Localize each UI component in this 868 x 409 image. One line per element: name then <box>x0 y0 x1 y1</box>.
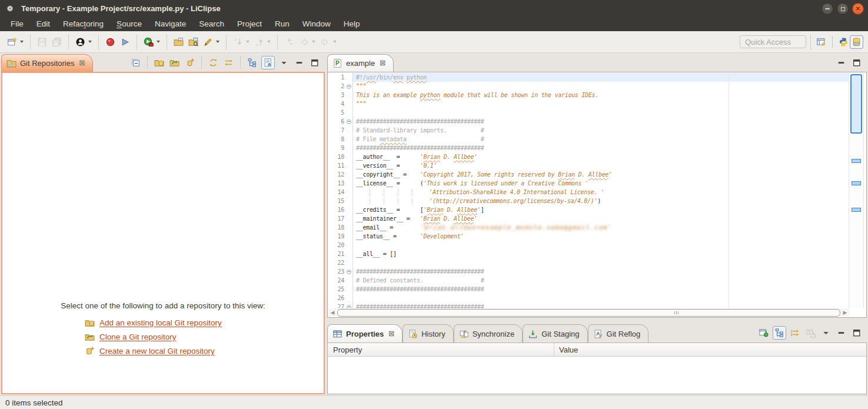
code-line-23[interactable]: 23###################################### <box>328 267 849 276</box>
categories-tree-button[interactable] <box>773 326 786 340</box>
tab-history[interactable]: History <box>403 324 453 343</box>
code-line-14[interactable]: 14 'Attribution-ShareAlike 4.0 Internati… <box>328 188 849 197</box>
dropdown-arrow-icon[interactable] <box>216 41 220 43</box>
hierarchy-button[interactable] <box>246 56 258 69</box>
git-link-item[interactable]: Create a new local Git repository <box>85 346 324 356</box>
overview-annotation-marker[interactable] <box>852 181 861 185</box>
dropdown-arrow-icon[interactable] <box>88 41 92 43</box>
filter-arrows-button[interactable] <box>789 327 802 339</box>
close-tab-icon[interactable]: ☒ <box>388 330 394 338</box>
code-line-26[interactable]: 26 <box>328 294 849 302</box>
code-line-24[interactable]: 24# Defined constants. # <box>328 276 849 285</box>
collapse-all-button[interactable] <box>129 56 142 69</box>
tab-git-reflog[interactable]: AGit Reflog <box>588 324 649 343</box>
minimize-view-button[interactable] <box>835 56 847 69</box>
dropdown-arrow-icon[interactable] <box>157 41 160 43</box>
dropdown-arrow-icon[interactable] <box>20 41 24 43</box>
scroll-right-arrow-icon[interactable]: ▶ <box>842 310 849 315</box>
view-menu-button[interactable] <box>820 327 832 339</box>
fold-marker-icon[interactable] <box>346 82 352 91</box>
run-external-tools-button[interactable] <box>141 33 162 51</box>
maximize-button[interactable] <box>837 3 849 15</box>
code-line-27[interactable]: 27###################################### <box>328 302 849 308</box>
code-line-12[interactable]: 12__copyright__ = 'Copyright 2017, Some … <box>328 170 849 179</box>
scroll-left-arrow-icon[interactable]: ◀ <box>329 310 336 315</box>
tab-git-staging[interactable]: Git Staging <box>523 324 587 343</box>
code-line-21[interactable]: 21__all__ = [] <box>328 250 849 258</box>
view-menu-button[interactable] <box>278 56 290 69</box>
dropdown-arrow-icon[interactable] <box>312 41 315 43</box>
python-perspective-button[interactable] <box>837 36 850 48</box>
close-button[interactable]: ✕ <box>852 3 864 15</box>
dropdown-arrow-icon[interactable] <box>246 41 250 43</box>
code-line-5[interactable]: 5 <box>328 108 849 117</box>
code-line-6[interactable]: 6###################################### <box>328 117 849 126</box>
code-line-22[interactable]: 22 <box>328 258 849 267</box>
dropdown-arrow-icon[interactable] <box>333 41 337 43</box>
tab-example-editor[interactable]: P example ☒ <box>327 54 394 72</box>
menu-search[interactable]: Search <box>192 18 231 29</box>
code-editor[interactable]: 1#!/usr/bin/env python2"""3This is an ex… <box>328 73 849 308</box>
fold-marker-icon[interactable] <box>346 302 352 308</box>
git-link-label[interactable]: Add an existing local Git repository <box>99 318 222 327</box>
tab-git-repositories[interactable]: GIT Git Repositories ☒ <box>1 54 93 72</box>
tab-synchronize[interactable]: 0Synchronize <box>454 324 523 343</box>
perspective-button[interactable] <box>815 36 827 48</box>
code-line-7[interactable]: 7# Standard-library imports. # <box>328 126 849 135</box>
code-line-16[interactable]: 16__credits__ = ['Brian D. Allbee'] <box>328 205 849 214</box>
editor-horizontal-scrollbar[interactable]: ◀ ▶ <box>328 308 849 317</box>
horizontal-scrollbar-thumb[interactable] <box>337 309 840 317</box>
code-line-19[interactable]: 19__status__ = 'Development' <box>328 232 849 241</box>
fold-marker-icon[interactable] <box>346 267 352 276</box>
git-link-label[interactable]: Create a new local Git repository <box>99 347 215 355</box>
pin-property-view-button[interactable] <box>757 327 770 339</box>
minimize-button[interactable] <box>822 3 833 15</box>
code-line-1[interactable]: 1#!/usr/bin/env python <box>328 73 849 82</box>
code-line-4[interactable]: 4""" <box>328 99 849 108</box>
menu-run[interactable]: Run <box>268 18 296 29</box>
vertical-scrollbar-thumb[interactable] <box>850 74 862 134</box>
dropdown-arrow-icon[interactable] <box>267 41 271 43</box>
user-account-button[interactable] <box>73 33 94 51</box>
code-line-2[interactable]: 2""" <box>328 82 849 91</box>
menu-navigate[interactable]: Navigate <box>148 18 192 29</box>
menu-help[interactable]: Help <box>337 18 367 29</box>
git-link-item[interactable]: Add an existing local Git repository <box>85 318 324 328</box>
sort-button[interactable]: A <box>261 56 275 69</box>
editor-vertical-scrollbar[interactable] <box>849 73 864 308</box>
menu-refactoring[interactable]: Refactoring <box>56 18 110 29</box>
code-line-15[interactable]: 15 '(http://creativecommons.org/licenses… <box>328 197 849 205</box>
fold-marker-icon[interactable] <box>346 117 352 126</box>
git-link-label[interactable]: Clone a Git repository <box>99 332 177 341</box>
refresh-button[interactable] <box>207 56 220 69</box>
overview-annotation-marker[interactable] <box>852 159 861 163</box>
menu-edit[interactable]: Edit <box>30 18 56 29</box>
quick-access-input[interactable]: Quick Access <box>740 35 806 48</box>
maximize-view-button[interactable] <box>850 327 863 339</box>
git-perspective-button[interactable]: GIT <box>850 35 863 49</box>
open-resource-button[interactable] <box>171 33 186 51</box>
code-line-13[interactable]: 13__license__ = ('This work is licensed … <box>328 179 849 188</box>
add-repo-button[interactable] <box>153 56 165 69</box>
fetch-push-arrows-button[interactable] <box>222 56 235 69</box>
code-line-9[interactable]: 9###################################### <box>328 144 849 152</box>
maximize-view-button[interactable] <box>850 56 863 69</box>
debug-button[interactable] <box>103 33 118 51</box>
code-line-18[interactable]: 18__email__ = 'brian.allbee+example_modu… <box>328 223 849 232</box>
menu-source[interactable]: Source <box>110 18 148 29</box>
close-tab-icon[interactable]: ☒ <box>79 59 85 67</box>
code-line-3[interactable]: 3This is an example python module that w… <box>328 91 849 99</box>
annotation-pen-button[interactable] <box>201 33 222 51</box>
maximize-view-button[interactable] <box>308 56 321 69</box>
search-folder-button[interactable] <box>186 33 201 51</box>
minimize-view-button[interactable] <box>293 56 305 69</box>
code-line-20[interactable]: 20 <box>328 241 849 250</box>
close-tab-icon[interactable]: ☒ <box>380 59 385 67</box>
minimize-view-button[interactable] <box>835 327 847 339</box>
code-line-25[interactable]: 25###################################### <box>328 285 849 294</box>
git-link-item[interactable]: Clone a Git repository <box>85 332 324 342</box>
tab-properties[interactable]: Properties☒ <box>327 324 403 343</box>
code-line-17[interactable]: 17__maintainer__ = 'Brian D. Allbee' <box>328 214 849 223</box>
code-line-8[interactable]: 8# File metadata # <box>328 135 849 144</box>
create-repo-button[interactable] <box>184 56 196 69</box>
